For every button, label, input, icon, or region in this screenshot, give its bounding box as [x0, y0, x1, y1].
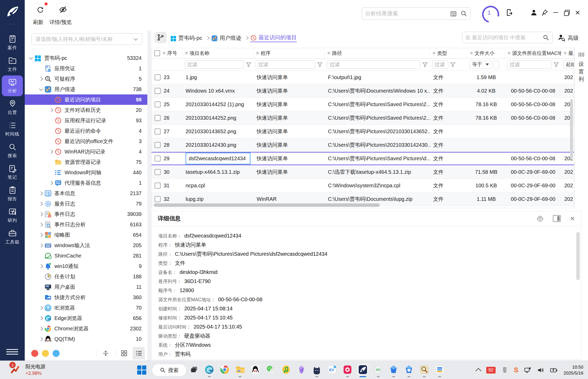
column-drag-icon[interactable]: ≡ — [470, 50, 473, 56]
taskbar-app-everything-search[interactable] — [419, 364, 430, 375]
collapse-panel-button[interactable] — [100, 347, 112, 359]
chevron-right-icon[interactable] — [48, 181, 54, 185]
calendar-icon[interactable] — [450, 10, 457, 17]
chevron-right-icon[interactable] — [37, 306, 44, 310]
tree-item-windows输入法[interactable]: windows输入法205 — [25, 240, 147, 250]
tree-item-最近访问的office文件[interactable]: 最近访问的office文件3 — [25, 136, 147, 146]
chevron-right-icon[interactable] — [48, 150, 54, 153]
column-drag-icon[interactable]: ≡ — [163, 50, 166, 56]
chevron-right-icon[interactable] — [37, 243, 44, 247]
sidebar-item-file[interactable]: 文件 — [0, 54, 25, 75]
battery-icon[interactable] — [550, 366, 558, 374]
breadcrumb-item[interactable]: 最近访问的项目 — [250, 34, 297, 42]
taskbar-app-cat-app[interactable] — [311, 364, 323, 375]
column-drag-icon[interactable]: ≡ — [327, 50, 330, 56]
grid-view-button[interactable] — [118, 347, 130, 359]
tree-item-win10通知[interactable]: win10通知9 — [25, 261, 147, 271]
column-settings-strip[interactable]: 设置列 — [574, 48, 588, 208]
chevron-right-icon[interactable] — [37, 191, 44, 195]
export-button[interactable] — [505, 8, 514, 17]
last-time-start-input[interactable]: 起始 — [563, 61, 574, 69]
chevron-down-icon[interactable] — [27, 56, 34, 60]
tree-item-Chrome浏览器[interactable]: Chrome浏览器2302 — [25, 323, 147, 334]
taskbar-app-ev-capture[interactable]: EV — [326, 364, 338, 375]
row-checkbox[interactable] — [155, 88, 161, 94]
minimize-button[interactable] — [551, 8, 560, 17]
sidebar-item-note[interactable]: 笔记 — [0, 162, 25, 183]
path-filter-input[interactable]: 过滤 — [327, 61, 420, 69]
device-monitor-icon[interactable] — [524, 367, 531, 374]
tree-item-用户痕迹[interactable]: 用户痕迹738 — [25, 84, 147, 94]
ime-pin-icon[interactable] — [501, 367, 508, 374]
chevron-right-icon[interactable] — [37, 223, 44, 226]
table-row-29[interactable]: 29dsf2wecasdcqwed12434快速访问菜单C:\Users\贾韦码… — [151, 152, 574, 165]
close-button[interactable]: × — [573, 8, 582, 17]
taskbar-app-forensic-app[interactable] — [357, 364, 369, 375]
table-search-input[interactable]: 在 最近访问的项目 中搜索 — [462, 32, 553, 43]
select-all-checkbox[interactable] — [154, 50, 160, 56]
column-header-name[interactable]: ≡项目名称 — [182, 48, 254, 58]
row-checkbox[interactable] — [155, 115, 161, 121]
row-checkbox[interactable] — [155, 183, 161, 189]
detail-layout-toggle-icon[interactable] — [553, 215, 561, 222]
search-icon[interactable] — [543, 34, 549, 41]
tree-item-应用程序运行记录[interactable]: 应用程序运行记录93 — [25, 115, 147, 126]
sidebar-item-report[interactable]: 报告 — [0, 183, 25, 204]
tree-item-ShimCache[interactable]: ShimCache281 — [25, 250, 147, 261]
name-filter-input[interactable]: 过滤 — [185, 61, 244, 69]
table-row-30[interactable]: 30tasetup-x464.5.13.1.zip快速访问菜单C:\迅雷下载\t… — [151, 165, 574, 179]
tree-item-Windows时间轴[interactable]: Windows时间轴440 — [25, 167, 147, 178]
filter-funnel-icon[interactable] — [553, 62, 559, 67]
table-row-24[interactable]: 24Windows 10 x64.vmx快速访问菜单C:\Users\贾韦码\D… — [151, 84, 574, 98]
tree-item-任务计划[interactable]: 任务计划188 — [25, 271, 147, 282]
chevron-right-icon[interactable] — [37, 264, 44, 268]
table-horizontal-scrollbar[interactable] — [154, 203, 380, 207]
list-view-button[interactable] — [133, 347, 145, 359]
tree-item-QQ(TIM)[interactable]: QQ(TIM)10 — [25, 334, 147, 344]
chevron-right-icon[interactable] — [48, 108, 54, 112]
tree-item-快捷方式分析[interactable]: 快捷方式分析360 — [25, 292, 147, 303]
sidebar-item-analysis[interactable]: 分析 — [2, 75, 23, 96]
column-drag-icon[interactable]: ≡ — [564, 50, 567, 56]
sidebar-item-search[interactable]: 搜索 — [0, 140, 25, 161]
holder-select-input[interactable]: 请选择/输入持有人/检材编号/名称 — [31, 33, 142, 45]
table-row-23[interactable]: 231.jpg快速访问菜单F:\output\1.jpg文件1.59 MB202 — [151, 71, 574, 84]
tree-item-缩略图[interactable]: 缩略图654 — [25, 230, 147, 240]
chevron-right-icon[interactable] — [37, 233, 44, 237]
table-row-31[interactable]: 31ncpa.cplC:\Windows\system32\ncpa.cpl文件… — [151, 179, 574, 192]
column-header-size[interactable]: ≡文件大小 — [467, 48, 505, 58]
taskbar-app-qq[interactable] — [250, 364, 261, 375]
sidebar-item-judge[interactable]: 研判 — [0, 205, 25, 226]
rail-menu-button[interactable] — [6, 348, 18, 356]
sogou-input-icon[interactable]: S — [514, 366, 518, 374]
tree-item-基本信息[interactable]: 基本信息2137 — [25, 188, 147, 198]
taskbar-app-vmware[interactable] — [434, 364, 445, 375]
type-filter-input[interactable]: 过滤 — [432, 61, 448, 69]
breadcrumb-item[interactable]: 用户痕迹 — [211, 34, 241, 42]
chevron-right-icon[interactable] — [37, 77, 44, 81]
taskbar-app-pink-app[interactable] — [342, 364, 353, 375]
column-header-path[interactable]: ≡路径 — [325, 48, 430, 58]
tree-item-最近运行的命令[interactable]: 最近运行的命令4 — [25, 126, 147, 136]
table-row-26[interactable]: 2620210330144252.png快速访问菜单C:\Users\贾韦码\P… — [151, 111, 574, 125]
detail-preview-button[interactable] — [56, 3, 69, 16]
row-checkbox[interactable] — [155, 142, 161, 148]
row-checkbox[interactable] — [155, 74, 161, 80]
breadcrumb-item[interactable]: 贾韦码-pc — [170, 34, 202, 42]
chevron-right-icon[interactable] — [37, 337, 44, 341]
size-filter-input[interactable] — [493, 61, 499, 69]
column-drag-icon[interactable]: ≡ — [433, 50, 435, 56]
tree-item-贾韦码-pc[interactable]: 贾韦码-pc53324 — [25, 53, 147, 63]
filter-funnel-icon[interactable] — [246, 62, 251, 67]
tag-yellow-dot[interactable] — [42, 350, 49, 357]
taskbar-app-gem-blue-1[interactable] — [388, 364, 399, 375]
search-icon[interactable] — [460, 10, 467, 17]
start-button[interactable] — [137, 365, 147, 375]
name-edit-box[interactable]: dsf2wecasdcqwed12434 — [186, 153, 250, 164]
filter-funnel-icon[interactable] — [450, 62, 456, 67]
branch-view-button[interactable] — [155, 32, 167, 43]
chevron-right-icon[interactable] — [37, 316, 44, 320]
tree-item-IE浏览器[interactable]: IE浏览器70 — [25, 303, 147, 313]
tree-item-代理服务器信息[interactable]: 代理服务器信息1 — [25, 178, 147, 188]
taskbar-app-qq-music[interactable] — [280, 364, 292, 375]
